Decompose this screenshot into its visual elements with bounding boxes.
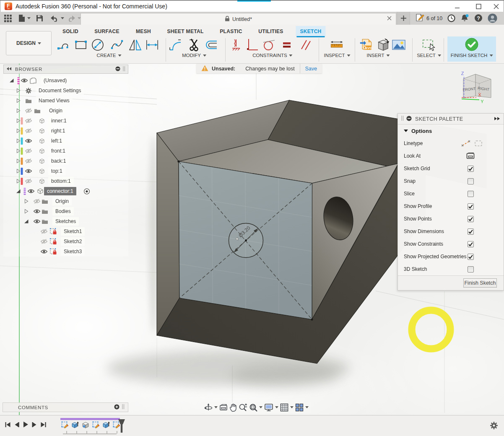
browser-row-label[interactable]: Bodies	[52, 207, 74, 215]
zoom-nav-button[interactable]	[239, 403, 247, 412]
browser-header[interactable]: BROWSER	[3, 65, 128, 74]
tree-expand-icon[interactable]	[16, 88, 21, 93]
tab-sheet-metal[interactable]: SHEET METAL	[163, 26, 208, 36]
look-at-nav-button[interactable]	[219, 404, 228, 411]
eye-visible-icon[interactable]	[25, 138, 32, 143]
browser-row-back-1[interactable]: back:1	[3, 156, 128, 166]
eye-hidden-icon[interactable]	[25, 108, 32, 114]
sketch-mirror-tool[interactable]	[128, 38, 143, 52]
browser-row-label[interactable]: front:1	[48, 147, 68, 155]
tree-collapse-icon[interactable]	[9, 78, 14, 83]
tab-mesh[interactable]: MESH	[132, 26, 155, 36]
constraint-equal-tool[interactable]	[280, 38, 294, 52]
linetype-construction-icon[interactable]	[461, 140, 470, 147]
zoom-window-nav-button[interactable]	[249, 403, 262, 412]
pan-nav-button[interactable]	[229, 403, 237, 412]
arrow-collapsed-icon[interactable]	[16, 169, 21, 174]
timeline-playhead[interactable]	[118, 419, 125, 434]
browser-row-sketches[interactable]: Sketches	[3, 216, 128, 226]
tree-expand-icon[interactable]	[24, 199, 29, 204]
clock-icon[interactable]	[446, 13, 456, 23]
timeline-feature-extrude[interactable]	[102, 421, 110, 428]
fillet-tool[interactable]	[169, 38, 183, 52]
arrow-collapsed-icon[interactable]	[16, 179, 21, 184]
constraint-fix-tool[interactable]	[229, 38, 243, 52]
app-launcher-button[interactable]	[4, 12, 12, 25]
timeline-step-back-button[interactable]	[14, 422, 19, 428]
arrow-collapsed-icon[interactable]	[16, 118, 21, 123]
tree-expand-icon[interactable]	[16, 118, 21, 123]
eye-hidden-icon[interactable]	[41, 239, 48, 244]
save-link[interactable]: Save	[300, 64, 322, 73]
tree-expand-icon[interactable]	[16, 128, 21, 133]
new-tab-button[interactable]	[397, 12, 410, 25]
timeline-feature-box[interactable]	[82, 421, 89, 428]
constraint-tangent-tool[interactable]	[262, 38, 276, 52]
browser-row-sketch1[interactable]: Sketch1	[3, 226, 128, 236]
timeline-feature-sketch[interactable]	[92, 421, 99, 428]
workspace-selector[interactable]: DESIGN	[6, 31, 52, 55]
browser-grip[interactable]	[123, 66, 125, 73]
eye-visible-icon[interactable]	[25, 169, 32, 174]
browser-row-label[interactable]: Sketch1	[61, 227, 85, 236]
browser-row-label[interactable]: inner:1	[48, 117, 70, 125]
tree-expand-icon[interactable]	[16, 158, 21, 164]
eye-hidden-icon[interactable]	[25, 158, 32, 164]
browser-hide-icon[interactable]	[115, 66, 120, 73]
group-label-insert[interactable]: INSERT	[367, 53, 390, 58]
sketch-palette-header[interactable]: SKETCH PALETTE	[398, 114, 504, 125]
checkbox-checked[interactable]	[468, 203, 474, 210]
checkbox-checked[interactable]	[468, 228, 474, 235]
checkbox-unchecked[interactable]	[468, 266, 474, 272]
checkbox-checked[interactable]	[468, 241, 474, 247]
minimize-button[interactable]	[451, 3, 464, 10]
browser-row-right-1[interactable]: right:1	[3, 126, 128, 136]
arrow-collapsed-icon[interactable]	[16, 98, 21, 103]
palette-expand-icon[interactable]	[494, 116, 500, 122]
eye-visible-icon[interactable]	[21, 78, 28, 83]
browser-row-label[interactable]: Named Views	[36, 96, 73, 105]
group-label-constraints[interactable]: CONSTRAINTS	[252, 53, 292, 58]
tab-surface[interactable]: SURFACE	[90, 26, 123, 36]
close-button[interactable]	[490, 3, 502, 10]
linetype-profile-icon[interactable]	[474, 140, 483, 147]
eye-hidden-icon[interactable]	[34, 199, 41, 204]
browser-row-label[interactable]: Sketch3	[61, 247, 85, 256]
arrow-collapsed-icon[interactable]	[16, 158, 21, 164]
browser-row-label[interactable]: left:1	[48, 137, 65, 145]
timeline-go-to-end-button[interactable]	[41, 422, 46, 428]
browser-row-left-1[interactable]: left:1	[3, 136, 128, 146]
measure-tool[interactable]	[330, 38, 344, 52]
trim-tool[interactable]	[187, 38, 201, 52]
palette-options-row[interactable]: Options	[398, 125, 504, 137]
tree-expand-icon[interactable]	[16, 138, 21, 143]
arrow-collapsed-icon[interactable]	[16, 148, 21, 153]
browser-row-sketch3[interactable]: Sketch3	[3, 247, 128, 257]
sketch-spline-tool[interactable]	[110, 38, 125, 52]
browser-row-front-1[interactable]: front:1	[3, 146, 128, 156]
browser-row-label[interactable]: Sketch2	[61, 237, 85, 246]
palette-grip[interactable]	[401, 116, 404, 122]
tab-solid[interactable]: SOLID	[58, 26, 83, 36]
tree-expand-icon[interactable]	[16, 179, 21, 184]
offset-tool[interactable]	[204, 38, 218, 52]
tree-expand-icon[interactable]	[16, 169, 21, 174]
eye-hidden-icon[interactable]	[25, 128, 32, 134]
finish-sketch-label[interactable]: FINISH SKETCH	[451, 53, 493, 58]
browser-row-label[interactable]: Origin	[52, 197, 72, 205]
collapse-panel-icon[interactable]	[6, 66, 12, 72]
eye-visible-icon[interactable]	[21, 78, 28, 83]
comments-add-icon[interactable]	[114, 404, 120, 411]
finish-sketch-check-icon[interactable]	[465, 38, 479, 51]
finish-sketch-button[interactable]: Finish Sketch	[463, 278, 497, 288]
sketch-rectangle-tool[interactable]	[74, 38, 88, 52]
arrow-collapsed-icon[interactable]	[16, 138, 21, 143]
job-status[interactable]: 6 of 10	[415, 12, 442, 25]
comments-bar[interactable]: COMMENTS	[3, 402, 128, 412]
eye-hidden-icon[interactable]	[25, 158, 32, 164]
maximize-button[interactable]	[472, 3, 485, 10]
group-label-select[interactable]: SELECT	[417, 53, 441, 58]
eye-hidden-icon[interactable]	[25, 148, 32, 154]
tree-expand-icon[interactable]	[16, 148, 21, 153]
tree-expand-icon[interactable]	[24, 209, 29, 214]
